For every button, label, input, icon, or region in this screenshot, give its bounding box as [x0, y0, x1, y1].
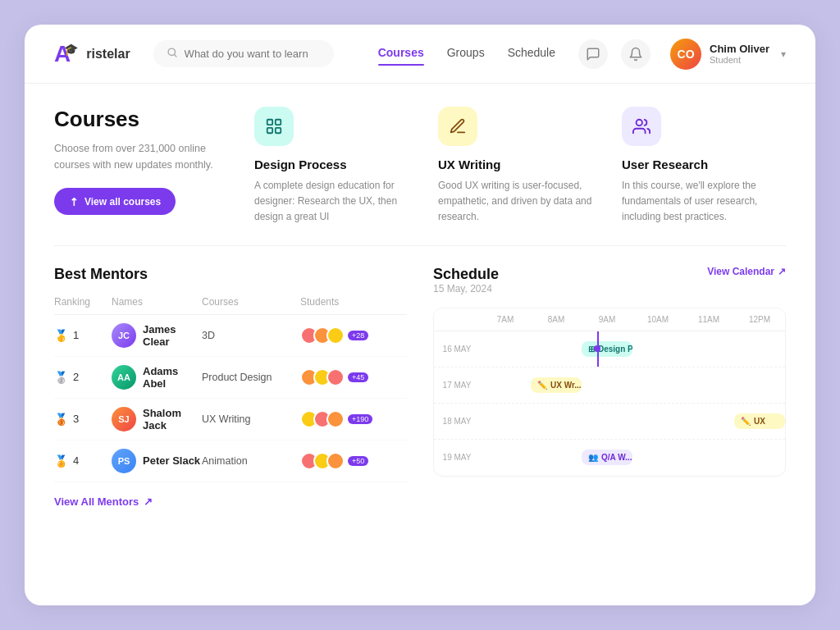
user-info: Chim Oliver Student: [710, 43, 769, 65]
ux-writing-icon: [438, 107, 477, 146]
mentor-students-3: +190: [300, 410, 366, 428]
col-names: Names: [112, 296, 202, 308]
search-input[interactable]: [185, 48, 321, 60]
mentor-name-label-2: Adams Abel: [143, 365, 202, 390]
schedule-row-19may: 19 MAY 👥 Q/A W... 10:00am: [434, 440, 785, 476]
design-event-label: Design Pro...: [598, 345, 632, 354]
logo: A 🎓 ristelar: [54, 43, 130, 66]
col-students: Students: [300, 296, 366, 308]
view-mentors-label: View All Mentors: [54, 495, 139, 508]
time-row: 7AM 8AM 9AM 10AM 11AM 12PM: [434, 308, 785, 331]
time-9am: 9AM: [582, 315, 632, 324]
nav-schedule[interactable]: Schedule: [508, 46, 555, 62]
view-all-mentors-button[interactable]: View All Mentors ↗: [54, 495, 407, 508]
qa-event-label: Q/A W...: [601, 453, 632, 462]
rank-1: 🥇 1: [54, 329, 112, 342]
rank-number: 2: [73, 371, 79, 383]
schedule-date: 15 May, 2024: [433, 283, 499, 294]
course-card-user-research: User Research In this course, we'll expl…: [622, 107, 786, 226]
mentor-avatar-4: PS: [112, 449, 136, 473]
event-qa[interactable]: 👥 Q/A W... 10:00am: [582, 450, 632, 465]
search-bar[interactable]: [153, 40, 334, 67]
nav-groups[interactable]: Groups: [447, 46, 485, 62]
messages-button[interactable]: [578, 39, 608, 69]
avatar: CO: [670, 39, 701, 70]
mentor-students-4: +50: [300, 452, 366, 470]
student-stack-3: [300, 410, 345, 428]
main-card: A 🎓 ristelar Courses Groups Schedule: [25, 25, 815, 605]
mentor-name-4: PS Peter Slack: [112, 449, 202, 473]
qa-event-icon: 👥: [588, 453, 598, 462]
student-stack-2: [300, 368, 345, 386]
course-card-1-desc: A complete design education for designer…: [254, 178, 418, 226]
search-icon: [167, 47, 178, 61]
ux18-event-label: UX: [754, 417, 765, 426]
student-count-4: +50: [348, 456, 368, 466]
event-ux-18[interactable]: ✏️ UX: [734, 413, 785, 429]
event-design-pro[interactable]: ⊞ Design Pro... 9:30am: [582, 341, 632, 357]
gold-medal-icon: 🥇: [54, 329, 68, 342]
silver-medal-icon: 🥈: [54, 371, 68, 384]
day-19may: 19 MAY: [434, 453, 480, 462]
course-card-1-title: Design Process: [254, 158, 418, 171]
design-process-icon: [254, 107, 294, 146]
view-calendar-button[interactable]: View Calendar ↗: [707, 266, 786, 277]
course-card-3-desc: In this course, we'll explore the fundam…: [622, 178, 786, 226]
student-count-1: +28: [348, 331, 368, 340]
empty-label: [434, 315, 480, 324]
day-16may: 16 MAY: [434, 345, 480, 354]
mentors-section: Best Mentors Ranking Names Courses Stude…: [54, 266, 407, 508]
time-12pm: 12PM: [734, 315, 785, 324]
user-profile[interactable]: CO Chim Oliver Student ▾: [670, 39, 786, 70]
external-link-icon: ↗: [144, 495, 153, 508]
arrow-icon: ↗: [66, 194, 80, 208]
schedule-grid: 7AM 8AM 9AM 10AM 11AM 12PM 16 MAY: [433, 308, 786, 477]
mentor-name-label-1: James Clear: [143, 323, 202, 348]
view-calendar-label: View Calendar: [707, 266, 774, 277]
ux-event-label: UX Wr...: [550, 381, 582, 390]
nav-courses[interactable]: Courses: [378, 46, 424, 62]
mentor-avatar-2: AA: [112, 365, 136, 390]
student-dot: [326, 452, 345, 470]
student-stack-4: [300, 452, 345, 470]
content: Courses Choose from over 231,000 online …: [25, 84, 815, 605]
mentor-name-2: AA Adams Abel: [112, 365, 202, 390]
logo-hat-icon: 🎓: [64, 43, 78, 56]
mentor-students-2: +45: [300, 368, 366, 386]
student-dot: [326, 326, 345, 345]
col-ranking: Ranking: [54, 296, 112, 308]
rank-3: 🥉 3: [54, 413, 112, 426]
ux18-event-icon: ✏️: [741, 417, 751, 426]
mentors-table: Ranking Names Courses Students 🥇 1 JC: [54, 296, 407, 482]
mentor-course-3: UX Writing: [202, 413, 300, 425]
mentor-name-label-4: Peter Slack: [143, 454, 200, 467]
day-18may: 18 MAY: [434, 417, 480, 426]
main-nav: Courses Groups Schedule: [378, 46, 555, 62]
chevron-down-icon: ▾: [781, 48, 786, 60]
arrow-up-right-icon: ↗: [778, 266, 786, 277]
notifications-button[interactable]: [621, 39, 651, 69]
courses-left: Courses Choose from over 231,000 online …: [54, 107, 235, 215]
mentor-name-1: JC James Clear: [112, 323, 202, 348]
logo-text: ristelar: [86, 47, 130, 62]
table-row: 🥇 1 JC James Clear 3D: [54, 315, 407, 357]
time-10am: 10AM: [632, 315, 683, 324]
mentor-students-1: +28: [300, 326, 366, 345]
view-all-label: View all courses: [84, 196, 161, 208]
courses-section: Courses Choose from over 231,000 online …: [54, 84, 786, 246]
outer-container: A 🎓 ristelar Courses Groups Schedule: [0, 0, 840, 630]
ux-event-icon: ✏️: [537, 381, 547, 390]
schedule-header: Schedule 15 May, 2024 View Calendar ↗: [433, 266, 786, 304]
courses-title: Courses: [54, 107, 235, 132]
mentor-name-3: SJ Shalom Jack: [112, 407, 202, 431]
svg-rect-4: [267, 128, 272, 133]
svg-rect-3: [276, 120, 281, 125]
schedule-section: Schedule 15 May, 2024 View Calendar ↗ 7A…: [433, 266, 786, 508]
table-header: Ranking Names Courses Students: [54, 296, 407, 315]
event-ux-writing[interactable]: ✏️ UX Wr... 8:00am: [531, 377, 582, 393]
svg-line-1: [174, 54, 176, 56]
header-icons: CO Chim Oliver Student ▾: [578, 39, 786, 70]
schedule-row-17may: 17 MAY ✏️ UX Wr... 8:00am: [434, 368, 785, 404]
bottom-section: Best Mentors Ranking Names Courses Stude…: [54, 246, 786, 508]
view-all-courses-button[interactable]: ↗ View all courses: [54, 188, 176, 215]
